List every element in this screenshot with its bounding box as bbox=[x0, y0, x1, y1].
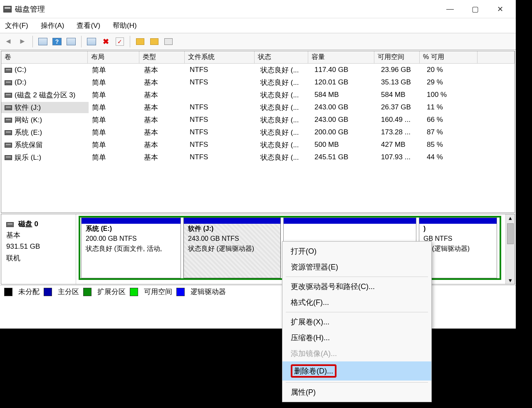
part-j-status: 状态良好 (逻辑驱动器) bbox=[188, 244, 276, 254]
part-r-info: GB NTFS bbox=[423, 234, 492, 244]
table-row[interactable]: 系统 (E:)简单基本NTFS状态良好 (...200.00 GB173.28 … bbox=[1, 126, 515, 138]
app-icon bbox=[3, 6, 12, 12]
disk-info[interactable]: 磁盘 0 基本 931.51 GB 联机 bbox=[1, 214, 76, 284]
disk-size: 931.51 GB bbox=[6, 242, 40, 250]
check-button[interactable] bbox=[114, 36, 126, 47]
col-percent[interactable]: % 可用 bbox=[420, 51, 478, 63]
legend-swatch-unallocated bbox=[4, 288, 12, 296]
cm-explorer[interactable]: 资源管理器(E) bbox=[282, 259, 431, 275]
col-capacity[interactable]: 容量 bbox=[308, 51, 374, 63]
cm-add-mirror: 添加镜像(A)... bbox=[282, 346, 431, 361]
table-row[interactable]: (磁盘 2 磁盘分区 3)简单基本状态良好 (...584 MB584 MB10… bbox=[1, 89, 515, 101]
menu-bar: 文件(F) 操作(A) 查看(V) 帮助(H) bbox=[0, 18, 516, 33]
disk-state: 联机 bbox=[6, 254, 20, 262]
disk-icon bbox=[6, 222, 14, 227]
legend-unallocated: 未分配 bbox=[18, 287, 40, 297]
cm-extend[interactable]: 扩展卷(X)... bbox=[282, 314, 431, 330]
minimize-button[interactable]: — bbox=[438, 0, 463, 18]
menu-action[interactable]: 操作(A) bbox=[38, 19, 67, 32]
col-type[interactable]: 类型 bbox=[139, 51, 185, 63]
cm-properties[interactable]: 属性(P) bbox=[282, 384, 431, 400]
col-layout[interactable]: 布局 bbox=[88, 51, 139, 63]
legend-swatch-primary bbox=[44, 288, 52, 296]
part-r-name: ) bbox=[423, 224, 492, 234]
cm-format[interactable]: 格式化(F)... bbox=[282, 294, 431, 310]
part-e-status: 状态良好 (页面文件, 活动, bbox=[86, 244, 176, 254]
menu-view[interactable]: 查看(V) bbox=[74, 19, 103, 32]
part-e-info: 200.00 GB NTFS bbox=[86, 234, 176, 244]
col-free[interactable]: 可用空间 bbox=[374, 51, 420, 63]
vertical-scrollbar[interactable] bbox=[505, 214, 515, 284]
folder-button-1[interactable] bbox=[134, 36, 146, 47]
help-button[interactable] bbox=[51, 36, 63, 47]
disk-name: 磁盘 0 bbox=[18, 220, 38, 228]
menu-file[interactable]: 文件(F) bbox=[2, 19, 31, 32]
cm-open[interactable]: 打开(O) bbox=[282, 243, 431, 259]
disk-type: 基本 bbox=[6, 231, 20, 239]
legend-free: 可用空间 bbox=[144, 287, 172, 297]
close-button[interactable]: ✕ bbox=[487, 0, 512, 18]
toolbar bbox=[0, 33, 516, 50]
cm-delete-volume[interactable]: 删除卷(D)... bbox=[282, 361, 431, 381]
scroll-up-icon[interactable] bbox=[509, 214, 512, 222]
part-e-name: 系统 (E:) bbox=[86, 224, 176, 234]
col-filesystem[interactable]: 文件系统 bbox=[185, 51, 255, 63]
legend-swatch-extended bbox=[83, 288, 92, 296]
legend-primary: 主分区 bbox=[58, 287, 79, 297]
scroll-down-icon[interactable] bbox=[509, 277, 512, 284]
legend-swatch-logical bbox=[176, 288, 185, 296]
partition-j-selected[interactable]: 软件 (J:) 243.00 GB NTFS 状态良好 (逻辑驱动器) bbox=[183, 218, 281, 278]
table-row[interactable]: 系统保留简单基本NTFS状态良好 (...500 MB427 MB85 % bbox=[1, 138, 515, 151]
partition-e[interactable]: 系统 (E:) 200.00 GB NTFS 状态良好 (页面文件, 活动, bbox=[81, 218, 181, 278]
cm-change-letter[interactable]: 更改驱动器号和路径(C)... bbox=[282, 279, 431, 294]
title-bar: 磁盘管理 — ▢ ✕ bbox=[0, 0, 516, 18]
cm-shrink[interactable]: 压缩卷(H)... bbox=[282, 330, 431, 346]
part-j-name: 软件 (J:) bbox=[188, 224, 276, 234]
legend-extended: 扩展分区 bbox=[97, 287, 126, 297]
properties-button[interactable] bbox=[163, 36, 174, 47]
scan-button[interactable] bbox=[86, 36, 97, 47]
table-row[interactable]: (C:)简单基本NTFS状态良好 (...117.40 GB23.96 GB20… bbox=[1, 64, 515, 76]
back-button[interactable] bbox=[2, 36, 14, 47]
table-row[interactable]: 软件 (J:)简单基本NTFS状态良好 (...243.00 GB26.37 G… bbox=[1, 101, 515, 114]
volume-list: 卷 布局 类型 文件系统 状态 容量 可用空间 % 可用 (C:)简单基本NTF… bbox=[1, 51, 515, 213]
legend-logical: 逻辑驱动器 bbox=[191, 287, 226, 297]
part-r-status: 好 (逻辑驱动器) bbox=[423, 244, 492, 254]
maximize-button[interactable]: ▢ bbox=[463, 0, 487, 18]
table-row[interactable]: (D:)简单基本NTFS状态良好 (...120.01 GB35.13 GB29… bbox=[1, 76, 515, 89]
part-j-info: 243.00 GB NTFS bbox=[188, 234, 276, 244]
col-spacer bbox=[478, 51, 515, 63]
disk-map: 磁盘 0 基本 931.51 GB 联机 系统 (E:) 200.00 GB N… bbox=[1, 214, 515, 284]
table-row[interactable]: 娱乐 (L:)简单基本NTFS状态良好 (...245.51 GB107.93 … bbox=[1, 151, 515, 163]
menu-help[interactable]: 帮助(H) bbox=[110, 19, 139, 32]
legend-swatch-free bbox=[130, 288, 138, 296]
window-title: 磁盘管理 bbox=[15, 4, 438, 14]
forward-button[interactable] bbox=[17, 36, 28, 47]
col-status[interactable]: 状态 bbox=[255, 51, 308, 63]
context-menu: 打开(O) 资源管理器(E) 更改驱动器号和路径(C)... 格式化(F)...… bbox=[282, 241, 432, 402]
folder-button-2[interactable] bbox=[148, 36, 160, 47]
scroll-thumb[interactable] bbox=[507, 223, 514, 244]
show-hide-tree-button[interactable] bbox=[37, 36, 49, 47]
table-header: 卷 布局 类型 文件系统 状态 容量 可用空间 % 可用 bbox=[1, 51, 515, 64]
delete-tool-button[interactable] bbox=[100, 36, 111, 47]
table-row[interactable]: 网站 (K:)简单基本NTFS状态良好 (...243.00 GB160.49 … bbox=[1, 114, 515, 126]
panel-button[interactable] bbox=[65, 36, 77, 47]
col-volume[interactable]: 卷 bbox=[1, 51, 88, 63]
legend: 未分配 主分区 扩展分区 可用空间 逻辑驱动器 bbox=[0, 285, 516, 298]
